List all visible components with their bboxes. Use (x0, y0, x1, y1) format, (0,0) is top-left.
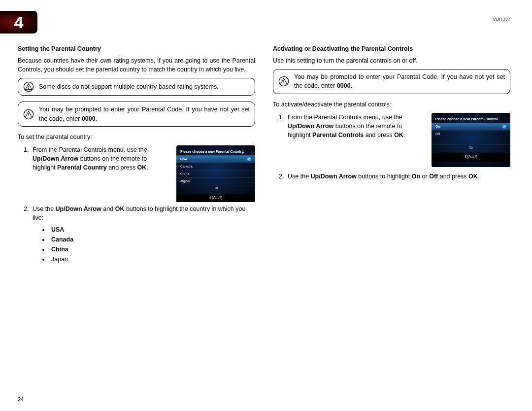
ss-row-selected: On (432, 123, 510, 130)
warning-icon (23, 81, 34, 92)
ss-row-selected: USA (176, 155, 255, 163)
svg-point-2 (28, 88, 29, 89)
callout-text: Some discs do not support multiple count… (39, 82, 250, 91)
left-column: Setting the Parental Country Because cou… (18, 44, 255, 389)
step-text: From the Parental Controls menu, use the… (33, 145, 169, 172)
ui-screenshot: Please choose a new Parental Control. On… (432, 113, 510, 167)
ss-footer: 8 [Adult] (176, 194, 255, 202)
step-item: From the Parental Controls menu, use the… (31, 145, 255, 200)
svg-point-8 (283, 83, 284, 84)
model-number: VBR337 (493, 17, 510, 22)
check-icon (502, 125, 506, 129)
option-item: China (49, 245, 255, 254)
content-columns: Setting the Parental Country Because cou… (18, 44, 510, 389)
step-text: From the Parental Controls menu, use the… (288, 113, 425, 139)
section-heading: Activating or Deactivating the Parental … (273, 44, 510, 53)
ss-row: China (176, 170, 255, 177)
warning-icon (278, 76, 289, 87)
options-list: USA Canada China Japan (33, 225, 255, 264)
steps-list: From the Parental Controls menu, use the… (18, 145, 255, 264)
step-item: From the Parental Controls menu, use the… (286, 113, 510, 167)
option-item: Japan (49, 255, 255, 264)
manual-page: 4 VBR337 Setting the Parental Country Be… (0, 0, 532, 411)
section-heading: Setting the Parental Country (18, 44, 255, 53)
intro-paragraph: Use this setting to turn the parental co… (273, 56, 510, 65)
lead-text: To set the parental country: (18, 133, 255, 141)
ss-footer: 8 [Adult] (432, 153, 510, 161)
right-column: Activating or Deactivating the Parental … (273, 44, 510, 389)
ss-title: Please choose a new Parental Country. (176, 149, 255, 155)
svg-point-5 (28, 115, 29, 116)
chapter-number: 4 (14, 13, 24, 32)
callout-text: You may be prompted to enter your Parent… (39, 105, 250, 123)
ss-footer: On (432, 144, 510, 150)
step-item: Use the Up/Down Arrow and OK buttons to … (31, 205, 255, 264)
option-item: USA (49, 225, 255, 234)
ss-row: Off (432, 130, 510, 137)
ss-title: Please choose a new Parental Control. (432, 117, 510, 123)
lead-text: To activate/deactivate the parental cont… (273, 100, 510, 109)
chapter-badge: 4 (0, 11, 37, 34)
ss-row: Canada (176, 163, 255, 170)
callout-text: You may be prompted to enter your Parent… (294, 72, 505, 90)
intro-paragraph: Because countries have their own rating … (18, 56, 255, 74)
warning-callout: You may be prompted to enter your Parent… (18, 102, 255, 126)
steps-list: From the Parental Controls menu, use the… (273, 113, 510, 181)
ss-row: Japan (176, 177, 255, 185)
page-number: 24 (18, 396, 24, 402)
check-icon (247, 157, 251, 161)
ui-screenshot: Please choose a new Parental Country. US… (176, 145, 255, 200)
step-item: Use the Up/Down Arrow buttons to highlig… (286, 172, 510, 181)
option-item: Canada (49, 235, 255, 244)
warning-callout: Some discs do not support multiple count… (18, 78, 255, 96)
warning-icon (23, 109, 34, 120)
ss-footer: On (176, 185, 255, 191)
warning-callout: You may be prompted to enter your Parent… (273, 69, 510, 94)
